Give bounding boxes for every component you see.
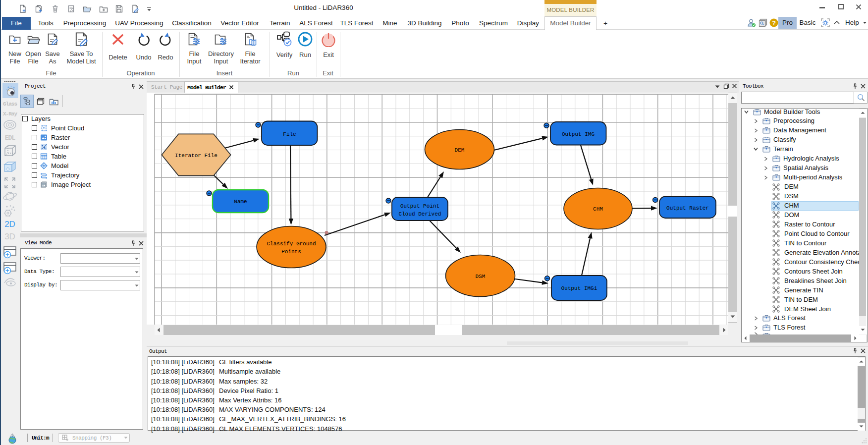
svg-text:Output IMG1: Output IMG1 (561, 285, 597, 291)
svg-text:Cloud Derived: Cloud Derived (399, 211, 441, 217)
svg-text:DEM: DEM (455, 147, 465, 153)
svg-text:Points: Points (281, 249, 301, 255)
svg-text:DSM: DSM (476, 274, 486, 279)
svg-text:CHM: CHM (593, 206, 603, 212)
svg-text:Iterator File: Iterator File (175, 153, 217, 159)
svg-text:File: File (283, 131, 296, 137)
svg-text:Name: Name (234, 199, 247, 205)
svg-text:Output Point: Output Point (400, 203, 439, 209)
svg-text:Classify Ground: Classify Ground (267, 241, 316, 247)
svg-text:?: ? (772, 20, 776, 27)
svg-text:Output IMG: Output IMG (562, 131, 595, 137)
svg-text:Output Raster: Output Raster (666, 205, 709, 211)
